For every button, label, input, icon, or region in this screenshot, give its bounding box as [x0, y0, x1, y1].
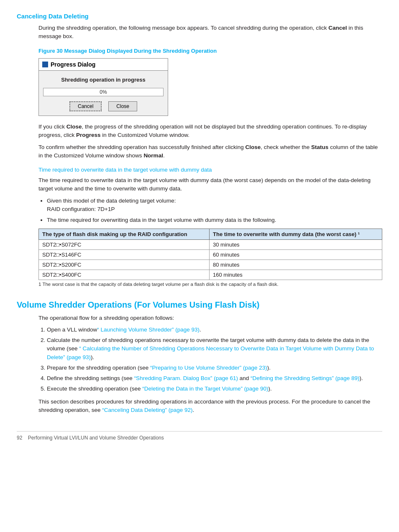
table-cell: SDT2□•S072FC [39, 240, 210, 250]
table-cell: 30 minutes [210, 240, 382, 250]
closing-text: This section describes procedures for sh… [38, 398, 370, 413]
figure-caption: Figure 30 Message Dialog Displayed Durin… [38, 47, 382, 55]
table-row: SDT2□•S072FC30 minutes [39, 240, 382, 250]
list-item: Prepare for the shredding operation (see… [47, 364, 382, 372]
table-header-col2: The time to overwrite with dummy data (t… [210, 229, 382, 240]
list-item: Calculate the number of shredding operat… [47, 336, 382, 362]
step-link-after: . [200, 326, 201, 333]
bullet-text-1: Given this model of the data deleting ta… [47, 198, 176, 204]
list-item: Open a VLL window“ Launching Volume Shre… [47, 326, 382, 334]
step-link[interactable]: “ Launching Volume Shredder” (page 93) [97, 326, 200, 333]
dialog-cancel-button[interactable]: Cancel [69, 101, 102, 111]
dialog-body: Shredding operation in progress 0% Cance… [39, 71, 168, 116]
subsection-p1: The time required to overwrite data in t… [38, 176, 382, 193]
data-table-wrapper: The type of flash disk making up the RAI… [38, 229, 382, 288]
section2-closing: This section describes procedures for sh… [38, 398, 382, 415]
step-text: Define the shredding settings (see [47, 375, 134, 381]
table-cell: 80 minutes [210, 260, 382, 270]
bullet-list: Given this model of the data deleting ta… [38, 197, 382, 225]
table-header-col1: The type of flash disk making up the RAI… [39, 229, 210, 240]
step-link[interactable]: “Shredding Param. Dialog Box” (page 61) [134, 375, 238, 381]
table-cell: 60 minutes [210, 250, 382, 260]
table-cell: SDT2□•S400FC [39, 270, 210, 280]
table-cell: 160 minutes [210, 270, 382, 280]
step-link-after: ). [267, 365, 271, 371]
dialog-buttons: Cancel Close [69, 101, 137, 111]
progress-dialog: Progress Dialog Shredding operation in p… [38, 58, 168, 116]
table-row: SDT2□•S146FC60 minutes [39, 250, 382, 260]
list-item: Define the shredding settings (see “Shre… [47, 374, 382, 383]
table-header-row: The type of flash disk making up the RAI… [39, 229, 382, 240]
step-link-after: ). [91, 354, 94, 360]
page-footer: 92 Performing Virtual LVI/LUN and Volume… [17, 431, 382, 441]
list-item: Execute the shredding operation (see “De… [47, 385, 382, 393]
table-row: SDT2□•S200FC80 minutes [39, 260, 382, 270]
closing-end: . [192, 407, 194, 413]
dialog-title: Progress Dialog [51, 61, 95, 68]
close-paragraph-2: To confirm whether the shredding operati… [38, 143, 382, 160]
subsection-title: Time required to overwrite data in the t… [38, 167, 382, 173]
page-number: 92 [17, 435, 22, 441]
dialog-progress-text: 0% [100, 89, 107, 95]
dialog-close-button[interactable]: Close [108, 101, 137, 111]
dialog-titlebar: Progress Dialog [39, 59, 168, 71]
step-text: Execute the shredding operation (see [47, 386, 142, 392]
dialog-progress-bar: 0% [43, 88, 164, 96]
step-link2[interactable]: “Defining the Shredding Settings” (page … [251, 375, 359, 381]
table-footnote: 1 The worst case is that the capacity of… [38, 281, 382, 288]
step-text: Prepare for the shredding operation (see [47, 365, 150, 371]
section1-intro: During the shredding operation, the foll… [38, 24, 382, 41]
table-cell: SDT2□•S200FC [39, 260, 210, 270]
step-link-after: ). [269, 386, 272, 392]
section1-content: During the shredding operation, the foll… [17, 24, 382, 288]
step-link-mid: and [238, 375, 251, 381]
bullet-text-2: The time required for overwriting data i… [47, 217, 276, 223]
dialog-icon [42, 62, 48, 67]
step-text: Open a VLL window [47, 326, 97, 333]
step-link[interactable]: “Deleting the Data in the Target Volume”… [142, 386, 268, 392]
section1-title: Canceling Data Deleting [17, 13, 382, 20]
section2-content: The operational flow for a shredding ope… [17, 314, 382, 415]
close-paragraph-1: If you click Close, the progress of the … [38, 123, 382, 140]
bullet-subtext-1: RAID configuration: 7D+1P [47, 206, 115, 212]
flash-disk-table: The type of flash disk making up the RAI… [38, 229, 382, 280]
table-row: SDT2□•S400FC160 minutes [39, 270, 382, 280]
section2-intro: The operational flow for a shredding ope… [38, 314, 382, 322]
step-link-after: ). [359, 375, 363, 381]
step-link[interactable]: “Preparing to Use Volume Shredder” (page… [150, 365, 267, 371]
table-cell: SDT2□•S146FC [39, 250, 210, 260]
list-item: The time required for overwriting data i… [47, 216, 382, 224]
steps-list: Open a VLL window“ Launching Volume Shre… [38, 326, 382, 393]
step-link[interactable]: “ Calculating the Number of Shredding Op… [47, 345, 374, 360]
section2-title: Volume Shredder Operations (For Volumes … [17, 300, 382, 310]
dialog-message: Shredding operation in progress [61, 77, 146, 83]
footer-text: Performing Virtual LVI/LUN and Volume Sh… [28, 435, 164, 441]
list-item: Given this model of the data deleting ta… [47, 197, 382, 214]
closing-link[interactable]: “Canceling Data Deleting” (page 92) [102, 407, 192, 413]
